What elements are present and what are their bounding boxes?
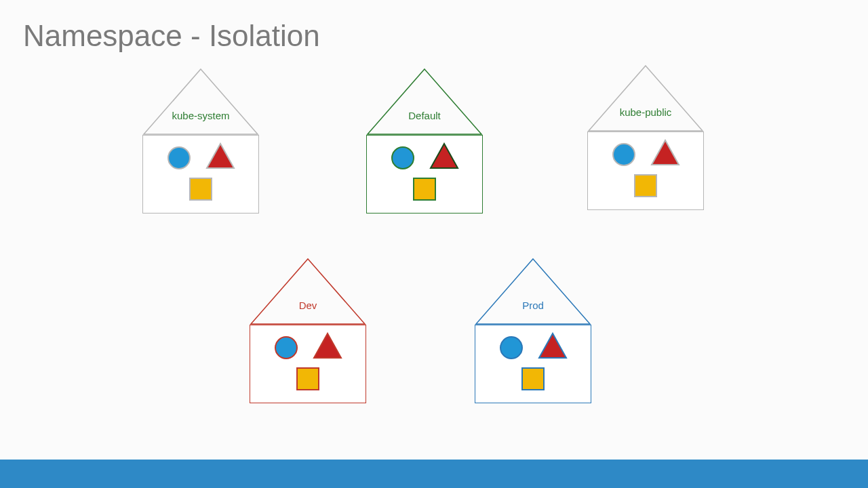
namespace-body xyxy=(475,325,591,403)
square-icon xyxy=(521,367,545,390)
circle-icon xyxy=(167,146,191,169)
namespace-body xyxy=(366,135,483,214)
roof-icon xyxy=(475,258,591,325)
square-icon xyxy=(634,174,657,197)
namespace-label: kube-public xyxy=(587,106,704,118)
circle-icon xyxy=(612,143,635,166)
svg-marker-4 xyxy=(589,66,703,131)
svg-marker-5 xyxy=(652,140,679,165)
circle-icon xyxy=(275,336,298,359)
svg-marker-6 xyxy=(251,259,365,324)
namespace-body xyxy=(587,131,704,210)
svg-marker-1 xyxy=(207,144,234,168)
triangle-icon xyxy=(429,142,459,169)
triangle-icon xyxy=(313,332,342,359)
roof-icon xyxy=(250,258,366,325)
svg-marker-9 xyxy=(539,333,566,358)
square-icon xyxy=(189,178,212,201)
square-icon xyxy=(413,178,436,201)
roof-icon xyxy=(587,64,704,132)
square-icon xyxy=(296,367,319,390)
namespace-label: Prod xyxy=(475,300,591,311)
namespace-house-kube-public: kube-public xyxy=(587,64,704,210)
svg-marker-2 xyxy=(368,69,481,134)
namespace-house-default: Default xyxy=(366,68,483,214)
roof-icon xyxy=(366,68,483,136)
svg-marker-3 xyxy=(431,144,458,168)
namespace-body xyxy=(250,325,366,403)
namespace-body xyxy=(142,135,259,214)
namespace-house-dev: Dev xyxy=(250,258,366,403)
namespace-label: Default xyxy=(366,110,483,121)
page-title: Namespace - Isolation xyxy=(23,19,320,53)
namespace-house-prod: Prod xyxy=(475,258,591,403)
svg-marker-0 xyxy=(144,69,258,134)
roof-icon xyxy=(142,68,259,136)
namespace-label: kube-system xyxy=(142,110,259,121)
namespace-house-kube-system: kube-system xyxy=(142,68,259,214)
namespace-label: Dev xyxy=(250,300,366,311)
circle-icon xyxy=(500,336,523,359)
triangle-icon xyxy=(650,139,680,166)
footer-bar xyxy=(0,460,868,488)
circle-icon xyxy=(391,146,414,169)
svg-marker-8 xyxy=(476,259,590,324)
svg-marker-7 xyxy=(314,333,341,358)
triangle-icon xyxy=(205,142,235,169)
triangle-icon xyxy=(538,332,568,359)
